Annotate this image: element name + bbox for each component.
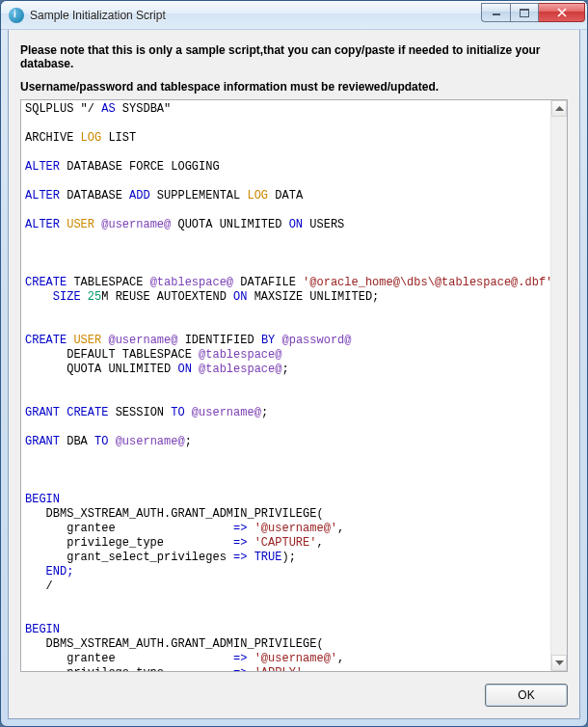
client-area: Please note that this is only a sample s… <box>8 30 580 719</box>
minimize-icon <box>492 9 501 16</box>
note-line-2: Username/password and tablespace informa… <box>20 80 568 94</box>
scroll-down-button[interactable] <box>551 655 567 671</box>
minimize-button[interactable] <box>481 3 510 22</box>
maximize-button[interactable] <box>510 3 539 22</box>
note-line-1: Please note that this is only a sample s… <box>20 43 568 70</box>
chevron-down-icon <box>555 660 564 665</box>
script-box: SQLPLUS "/ AS SYSDBA" ARCHIVE LOG LIST A… <box>20 99 568 672</box>
dialog-window: Sample Initialization Script Please note… <box>0 0 588 727</box>
svg-rect-2 <box>520 9 529 11</box>
window-title: Sample Initialization Script <box>30 9 481 22</box>
window-controls <box>481 3 585 22</box>
titlebar[interactable]: Sample Initialization Script <box>1 1 587 30</box>
ok-button[interactable]: OK <box>485 684 568 707</box>
close-button[interactable] <box>539 3 585 22</box>
app-icon <box>9 8 24 23</box>
vertical-scrollbar[interactable] <box>550 100 567 671</box>
chevron-up-icon <box>555 106 564 111</box>
script-text[interactable]: SQLPLUS "/ AS SYSDBA" ARCHIVE LOG LIST A… <box>21 100 550 671</box>
maximize-icon <box>520 9 529 17</box>
scroll-up-button[interactable] <box>551 100 567 117</box>
svg-rect-0 <box>493 13 500 15</box>
button-row: OK <box>20 684 568 707</box>
close-icon <box>556 8 568 17</box>
